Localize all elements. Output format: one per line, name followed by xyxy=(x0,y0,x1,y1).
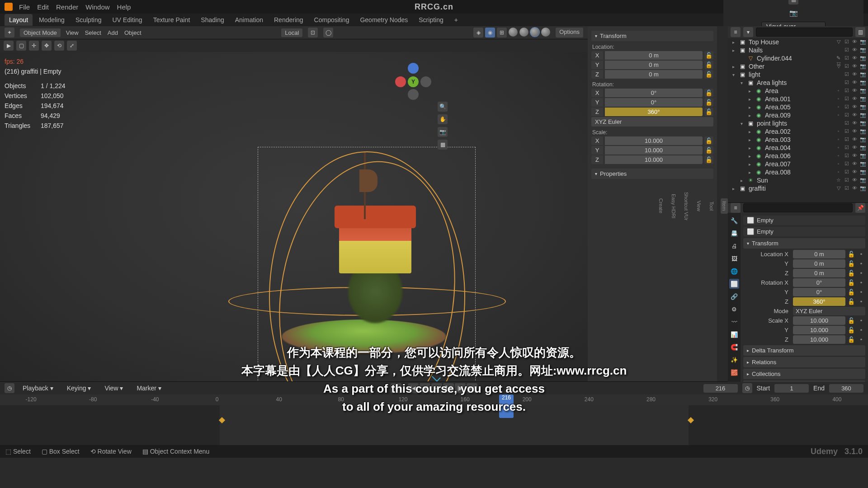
lock-icon[interactable]: 🔓 xyxy=(847,279,855,286)
tab-scripting[interactable]: Scripting xyxy=(414,14,448,26)
outliner-row[interactable]: ▸▣graffiti▽☑👁📷 xyxy=(728,184,868,192)
object-name[interactable]: Area.004 xyxy=(765,144,832,151)
exclude-icon[interactable]: ☑ xyxy=(843,80,850,86)
extras-icon[interactable]: ▽ xyxy=(835,63,842,70)
rotation-mode-dropdown[interactable]: XYZ Euler xyxy=(793,307,865,315)
chevron-icon[interactable]: ▸ xyxy=(731,48,736,53)
props-search[interactable] xyxy=(743,203,853,212)
lock-icon[interactable]: 🔓 xyxy=(847,336,855,343)
extras-icon[interactable]: ◦ xyxy=(835,96,842,103)
ntab-tool[interactable]: Tool xyxy=(708,199,715,213)
outliner-row[interactable]: ▸◉Area.001◦☑👁📷 xyxy=(728,95,868,103)
tab-shading[interactable]: Shading xyxy=(196,14,228,26)
scale-tool-icon[interactable]: ⤢ xyxy=(67,41,77,51)
shading-material[interactable] xyxy=(530,28,539,37)
move-tool-icon[interactable]: ✥ xyxy=(42,41,52,51)
object-name[interactable]: Area xyxy=(765,87,832,94)
disable-icon[interactable]: 📷 xyxy=(859,185,866,192)
value-field[interactable]: 0 m xyxy=(605,51,703,60)
tab-layout[interactable]: Layout xyxy=(5,14,33,26)
tab-uv-editing[interactable]: UV Editing xyxy=(108,14,146,26)
lock-icon[interactable]: 🔓 xyxy=(847,270,855,277)
tab-sculpting[interactable]: Sculpting xyxy=(71,14,106,26)
hide-icon[interactable]: 👁 xyxy=(851,80,858,86)
hide-icon[interactable]: 👁 xyxy=(851,63,858,70)
disable-icon[interactable]: 📷 xyxy=(859,88,866,94)
lock-icon[interactable]: 🔓 xyxy=(847,289,855,296)
disable-icon[interactable]: 📷 xyxy=(859,55,866,62)
disable-icon[interactable]: 📷 xyxy=(859,145,866,151)
new-scene-icon[interactable]: ▦ xyxy=(788,0,798,5)
outliner-display-icon[interactable]: ▾ xyxy=(743,27,753,37)
overlay-icon[interactable]: ◉ xyxy=(485,28,495,38)
lock-icon[interactable]: 🔓 xyxy=(704,108,713,116)
lock-icon[interactable]: 🔓 xyxy=(847,298,855,305)
prop-tab-2[interactable]: 🖨 xyxy=(729,241,739,251)
lock-icon[interactable]: 🔓 xyxy=(704,98,713,107)
value-field[interactable]: 0 m xyxy=(793,259,845,268)
keyframe-dot-icon[interactable]: • xyxy=(857,336,865,343)
vpmenu-view[interactable]: View xyxy=(66,29,79,36)
extras-icon[interactable]: ◦ xyxy=(835,112,842,119)
hide-icon[interactable]: 👁 xyxy=(851,128,858,135)
disable-icon[interactable]: 📷 xyxy=(859,169,866,176)
ntab-item[interactable]: Item xyxy=(721,198,728,213)
options-dropdown[interactable]: Options xyxy=(556,28,583,38)
cursor-tool-icon[interactable]: ✛ xyxy=(29,41,39,51)
prop-tab-6[interactable]: 🔗 xyxy=(729,291,739,301)
extras-icon[interactable]: ◦ xyxy=(835,169,842,176)
value-field[interactable]: 0 m xyxy=(605,61,703,69)
lock-icon[interactable]: 🔓 xyxy=(847,260,855,267)
exclude-icon[interactable]: ☑ xyxy=(843,185,850,192)
disable-icon[interactable]: 📷 xyxy=(859,39,866,46)
rotation-mode-dropdown[interactable]: XYZ Euler xyxy=(591,117,713,127)
panel-properties[interactable]: Properties xyxy=(591,169,713,179)
filter-icon[interactable]: ▥ xyxy=(855,27,865,37)
disable-icon[interactable]: 📷 xyxy=(859,63,866,70)
menu-render[interactable]: Render xyxy=(56,3,78,11)
hide-icon[interactable]: 👁 xyxy=(851,112,858,119)
chevron-icon[interactable]: ▸ xyxy=(731,40,736,45)
disable-icon[interactable]: 📷 xyxy=(859,136,866,143)
object-name[interactable]: Area.006 xyxy=(765,152,832,160)
object-name[interactable]: Area.007 xyxy=(765,160,832,168)
value-field[interactable]: 0 m xyxy=(793,250,845,258)
lock-icon[interactable]: 🔓 xyxy=(704,51,713,60)
props-type-icon[interactable]: ≡ xyxy=(731,203,741,213)
panel-transform[interactable]: Transform xyxy=(591,31,713,41)
ntab-create[interactable]: Create xyxy=(657,196,665,216)
value-field[interactable]: 0° xyxy=(605,89,703,97)
object-name[interactable]: Top House xyxy=(749,38,832,46)
axis-y-icon[interactable]: Y xyxy=(408,76,419,87)
disable-icon[interactable]: 📷 xyxy=(859,153,866,160)
extras-icon[interactable] xyxy=(835,80,842,86)
exclude-icon[interactable]: ☑ xyxy=(843,47,850,54)
disable-icon[interactable]: 📷 xyxy=(859,96,866,103)
outliner-row[interactable]: ▾▣point lights☑👁📷 xyxy=(728,119,868,127)
prop-tab-1[interactable]: 📇 xyxy=(729,228,739,238)
exclude-icon[interactable]: ☑ xyxy=(843,39,850,46)
hide-icon[interactable]: 👁 xyxy=(851,39,858,46)
extras-icon[interactable] xyxy=(835,120,842,127)
menu-help[interactable]: Help xyxy=(117,3,131,11)
shading-rendered[interactable] xyxy=(541,28,550,37)
keyframe-dot-icon[interactable]: • xyxy=(857,327,865,333)
value-field[interactable]: 10.000 xyxy=(605,136,703,145)
exclude-icon[interactable]: ☑ xyxy=(843,104,850,111)
object-name[interactable]: Sun xyxy=(757,177,832,184)
camera-view-icon[interactable]: 📷 xyxy=(438,127,448,137)
keyframe-dot-icon[interactable]: • xyxy=(857,317,865,324)
extras-icon[interactable]: ☆ xyxy=(835,177,842,184)
prop-tab-8[interactable]: 〰 xyxy=(729,317,739,327)
disable-icon[interactable]: 📷 xyxy=(859,71,866,78)
exclude-icon[interactable]: ☑ xyxy=(843,63,850,70)
hide-icon[interactable]: 👁 xyxy=(851,177,858,184)
object-name[interactable]: Area.003 xyxy=(765,136,832,143)
hide-icon[interactable]: 👁 xyxy=(851,96,858,103)
disable-icon[interactable]: 📷 xyxy=(859,161,866,168)
chevron-icon[interactable]: ▸ xyxy=(747,129,752,134)
tab-modeling[interactable]: Modeling xyxy=(34,14,69,26)
panel-transform-props[interactable]: Transform xyxy=(743,238,865,249)
mode-dropdown[interactable]: Object Mode xyxy=(20,28,61,37)
extras-icon[interactable]: ▽ xyxy=(835,39,842,46)
